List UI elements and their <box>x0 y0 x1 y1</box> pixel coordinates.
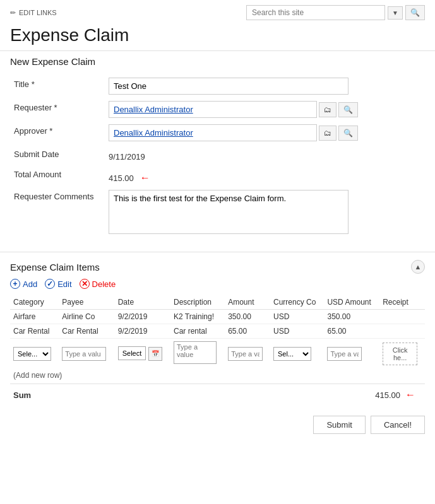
add-link[interactable]: + Add <box>10 279 37 289</box>
approver-input[interactable] <box>109 124 317 141</box>
row1-date: 9/2/2019 <box>115 310 170 324</box>
new-row-currency-cell: Sel... <box>270 339 324 369</box>
requester-browse-button[interactable]: 🗂 <box>319 102 337 117</box>
col-amount: Amount <box>225 295 270 310</box>
items-section-title: Expense Claim Items <box>10 262 100 273</box>
new-row-currency-select[interactable]: Sel... <box>273 347 311 361</box>
new-row-usd-input[interactable] <box>327 347 362 361</box>
new-row-receipt-button[interactable]: Click he... <box>383 343 417 365</box>
row1-usd: 350.00 <box>324 310 379 324</box>
row2-usd: 65.00 <box>324 324 379 339</box>
new-row-calendar-button[interactable]: 📅 <box>148 347 162 361</box>
row1-receipt <box>379 310 425 324</box>
edit-circle-icon: ✓ <box>45 279 55 289</box>
approver-label: Approver * <box>14 126 52 136</box>
col-currency: Currency Co <box>270 295 324 310</box>
table-row: Airfare Airline Co 9/2/2019 K2 Training!… <box>10 310 425 324</box>
add-circle-icon: + <box>10 279 20 289</box>
items-section: Expense Claim Items ▲ + Add ✓ Edit ✕ Del… <box>0 252 435 403</box>
search-button[interactable]: 🔍 <box>405 5 425 20</box>
total-amount-arrow: ← <box>140 172 150 184</box>
new-row-currency-container: Sel... <box>273 347 321 361</box>
sum-label: Sum <box>13 390 31 400</box>
search-dropdown-button[interactable]: ▼ <box>388 6 403 20</box>
form-section: New Expense Claim Title * Requester * 🗂 … <box>0 51 435 249</box>
approver-row: Approver * 🗂 🔍 <box>10 121 425 144</box>
row2-description: Car rental <box>170 324 225 339</box>
new-row-amount-input[interactable] <box>228 347 263 361</box>
sum-value-container: 415.00 ← <box>375 389 422 401</box>
new-row-date-select-button[interactable]: Select <box>118 346 146 360</box>
new-row-category-select[interactable]: Sele... <box>13 347 51 361</box>
bottom-buttons: Submit Cancel! <box>0 406 435 444</box>
col-receipt: Receipt <box>379 295 425 310</box>
edit-links-label: EDIT LINKS <box>19 9 57 16</box>
new-row-receipt-cell[interactable]: Click he... <box>379 339 425 369</box>
approver-browse-button[interactable]: 🗂 <box>319 126 337 141</box>
requester-search-button[interactable]: 🔍 <box>338 102 358 117</box>
table-header-row: Category Payee Date Description Amount C… <box>10 295 425 310</box>
total-amount-row: Total Amount 415.00 ← <box>10 165 425 187</box>
delete-link[interactable]: ✕ Delete <box>80 279 116 289</box>
search-container: ▼ 🔍 <box>246 5 425 20</box>
approver-field-container: 🗂 🔍 <box>109 124 421 141</box>
row2-amount: 65.00 <box>225 324 270 339</box>
requester-label: Requester * <box>14 103 57 112</box>
delete-label: Delete <box>92 279 116 289</box>
new-row-category-cell: Sele... <box>10 339 59 369</box>
title-label: Title * <box>14 79 35 89</box>
delete-circle-icon: ✕ <box>80 279 90 289</box>
items-table: Category Payee Date Description Amount C… <box>10 295 425 368</box>
row2-category: Car Rental <box>10 324 59 339</box>
edit-links[interactable]: ✏ EDIT LINKS <box>10 9 57 17</box>
edit-link[interactable]: ✓ Edit <box>45 279 71 289</box>
col-payee: Payee <box>59 295 114 310</box>
total-amount-value: 415.00 <box>109 173 134 183</box>
row2-receipt <box>379 324 425 339</box>
new-row-description-cell <box>170 339 225 369</box>
requester-field-container: 🗂 🔍 <box>109 101 421 118</box>
col-description: Description <box>170 295 225 310</box>
title-row: Title * <box>10 74 425 98</box>
approver-search-button[interactable]: 🔍 <box>338 126 358 141</box>
submit-date-value: 9/11/2019 <box>109 148 421 161</box>
comments-label: Requester Comments <box>14 192 93 201</box>
new-row-description-input[interactable] <box>174 341 217 364</box>
search-input[interactable] <box>246 5 385 20</box>
sum-value: 415.00 <box>375 390 400 400</box>
col-date: Date <box>115 295 170 310</box>
new-row-amount-cell <box>225 339 270 369</box>
submit-date-label: Submit Date <box>14 149 59 159</box>
row2-payee: Car Rental <box>59 324 114 339</box>
row1-currency: USD <box>270 310 324 324</box>
new-row-date-cell: Select 📅 <box>115 339 170 369</box>
col-category: Category <box>10 295 59 310</box>
page-title: Expense Claim <box>0 23 435 50</box>
comments-textarea[interactable]: This is the first test for the Expense C… <box>109 190 349 234</box>
new-row-payee-cell <box>59 339 114 369</box>
table-row: Car Rental Car Rental 9/2/2019 Car renta… <box>10 324 425 339</box>
row1-description: K2 Training! <box>170 310 225 324</box>
edit-label: Edit <box>57 279 71 289</box>
new-row-payee-input[interactable] <box>62 347 106 361</box>
action-bar: + Add ✓ Edit ✕ Delete <box>10 279 425 289</box>
title-input[interactable] <box>109 78 349 95</box>
col-usd: USD Amount <box>324 295 379 310</box>
cancel-button[interactable]: Cancel! <box>371 416 425 434</box>
collapse-button[interactable]: ▲ <box>411 260 425 274</box>
submit-button[interactable]: Submit <box>313 416 365 434</box>
requester-input[interactable] <box>109 101 317 118</box>
new-row-category-container: Sele... <box>13 347 56 361</box>
submit-date-row: Submit Date 9/11/2019 <box>10 144 425 165</box>
row1-amount: 350.00 <box>225 310 270 324</box>
requester-row: Requester * 🗂 🔍 <box>10 98 425 121</box>
new-row-usd-cell <box>324 339 379 369</box>
comments-row: Requester Comments This is the first tes… <box>10 187 425 239</box>
new-row: Sele... Select 📅 <box>10 339 425 369</box>
add-new-row-link[interactable]: (Add new row) <box>10 368 425 382</box>
add-label: Add <box>23 279 37 289</box>
total-amount-container: 415.00 ← <box>109 168 421 184</box>
row1-payee: Airline Co <box>59 310 114 324</box>
pencil-icon: ✏ <box>10 9 16 17</box>
top-bar: ✏ EDIT LINKS ▼ 🔍 <box>0 0 435 23</box>
